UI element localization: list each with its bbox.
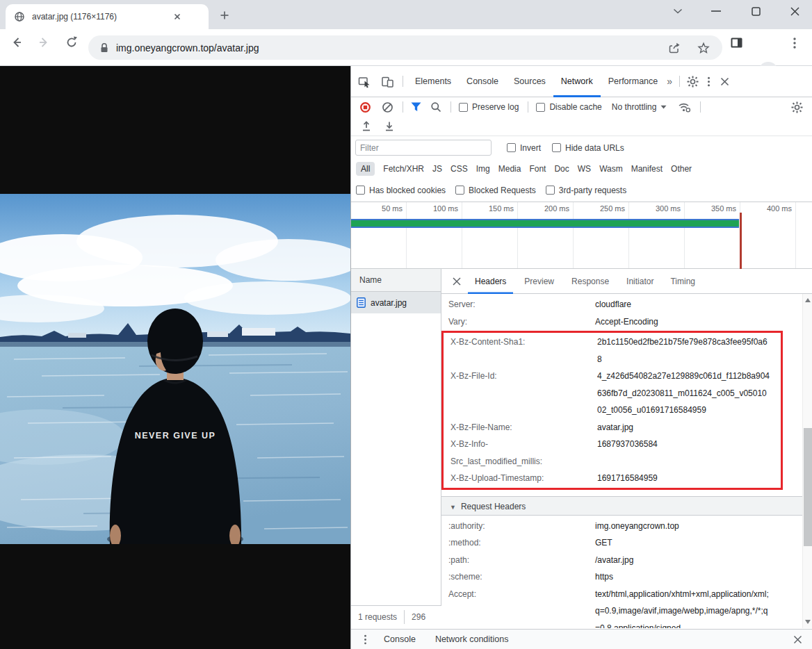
third-party-requests-checkbox[interactable]: 3rd-party requests [546, 186, 626, 195]
drawer-tab-console[interactable]: Console [384, 634, 416, 644]
type-filter-wasm[interactable]: Wasm [599, 164, 623, 174]
type-filter-all[interactable]: All [356, 162, 375, 176]
devtools-close-icon[interactable] [720, 77, 729, 86]
filter-funnel-icon[interactable] [411, 102, 421, 112]
type-filter-font[interactable]: Font [529, 164, 546, 174]
document-icon [357, 297, 366, 308]
devtools-menu-kebab-icon[interactable] [707, 76, 710, 87]
type-filter-fetch-xhr[interactable]: Fetch/XHR [383, 164, 424, 174]
timeline-tick: 200 ms [530, 204, 569, 213]
network-conditions-icon[interactable] [678, 102, 691, 113]
drawer-tab-network-conditions[interactable]: Network conditions [435, 634, 509, 644]
search-icon[interactable] [430, 101, 441, 113]
details-scrollbar[interactable] [802, 294, 812, 628]
tab-response[interactable]: Response [565, 269, 616, 294]
window-minimize-button[interactable] [707, 6, 725, 17]
inspect-element-icon[interactable] [358, 75, 371, 88]
har-row [351, 117, 812, 136]
tab-timing[interactable]: Timing [663, 269, 702, 294]
throttling-dropdown[interactable]: No throttling [612, 102, 667, 112]
details-tabbar: Headers Preview Response Initiator Timin… [441, 269, 812, 294]
header-row: :authority: img.oneyangcrown.top [441, 518, 802, 535]
drawer-kebab-icon[interactable] [364, 634, 367, 645]
devtools-drawer: Console Network conditions [351, 629, 812, 649]
scrollbar-thumb[interactable] [804, 428, 812, 546]
header-row: Server: cloudflare [441, 296, 802, 313]
side-panel-icon[interactable] [730, 36, 743, 49]
header-row: Vary: Accept-Encoding [441, 313, 802, 331]
type-filter-media[interactable]: Media [498, 164, 521, 174]
timeline-tick: 250 ms [586, 204, 625, 213]
reload-icon[interactable] [65, 35, 79, 49]
clear-icon[interactable] [382, 101, 393, 113]
url-text: img.oneyangcrown.top/avatar.jpg [116, 42, 259, 54]
type-filter-other[interactable]: Other [671, 164, 692, 174]
network-main: Name avatar.jpg 1 requests 296 Headers P… [351, 269, 812, 628]
browser-menu-kebab-icon[interactable] [793, 37, 797, 49]
column-header-name[interactable]: Name [351, 269, 441, 292]
timeline-tick: 150 ms [475, 204, 514, 213]
type-filter-ws[interactable]: WS [578, 164, 591, 174]
tab-performance[interactable]: Performance [601, 66, 666, 97]
hide-data-urls-checkbox[interactable]: Hide data URLs [552, 143, 624, 153]
type-filter-js[interactable]: JS [432, 164, 442, 174]
record-icon[interactable] [359, 101, 371, 113]
export-har-icon[interactable] [384, 120, 395, 132]
headers-content: Server: cloudflare Vary: Accept-Encoding… [441, 294, 802, 628]
filter-input[interactable] [355, 140, 492, 156]
forward-icon[interactable] [37, 35, 51, 49]
lock-icon[interactable] [99, 42, 109, 54]
type-filter-img[interactable]: Img [476, 164, 490, 174]
transferred-size: 296 [404, 610, 425, 624]
network-settings-gear-icon[interactable] [791, 101, 803, 113]
type-filter-manifest[interactable]: Manifest [631, 164, 663, 174]
back-icon[interactable] [10, 35, 24, 49]
network-toolbar: Preserve log Disable cache No throttling [351, 97, 812, 117]
devtools-panel: Elements Console Sources Network Perform… [350, 66, 812, 649]
disable-cache-checkbox[interactable]: Disable cache [536, 102, 601, 112]
tab-headers[interactable]: Headers [468, 269, 513, 294]
type-filter-css[interactable]: CSS [450, 164, 468, 174]
request-name: avatar.jpg [371, 298, 407, 308]
import-har-icon[interactable] [361, 120, 372, 132]
header-row: :method: GET [441, 534, 802, 552]
type-filter-doc[interactable]: Doc [554, 164, 569, 174]
tab-search-chevron-icon[interactable] [669, 6, 687, 17]
drawer-close-icon[interactable] [793, 635, 802, 644]
tab-network[interactable]: Network [553, 66, 601, 97]
device-toolbar-icon[interactable] [381, 75, 394, 88]
share-icon[interactable] [668, 42, 681, 54]
devtools-settings-gear-icon[interactable] [687, 76, 699, 88]
tab-close-icon[interactable] [172, 12, 182, 22]
header-row: X-Bz-File-Name: avatar.jpg [444, 419, 781, 436]
request-details-panel: Headers Preview Response Initiator Timin… [441, 269, 812, 628]
new-tab-button[interactable] [218, 9, 231, 22]
chevron-down-icon [660, 105, 667, 109]
window-close-button[interactable] [786, 6, 804, 17]
address-bar[interactable]: img.oneyangcrown.top/avatar.jpg [88, 35, 722, 60]
preserve-log-checkbox[interactable]: Preserve log [459, 102, 519, 112]
network-overview-timeline[interactable]: 50 ms 100 ms 150 ms 200 ms 250 ms 300 ms… [351, 202, 812, 269]
more-tabs-icon[interactable]: » [667, 76, 672, 87]
window-maximize-button[interactable] [747, 6, 765, 17]
tab-elements[interactable]: Elements [407, 66, 459, 97]
tab-initiator[interactable]: Initiator [619, 269, 660, 294]
browser-tab[interactable]: avatar.jpg (1176×1176) [6, 4, 209, 29]
page-image-viewer: NEVER GIVE UP [0, 66, 350, 649]
has-blocked-cookies-checkbox[interactable]: Has blocked cookies [356, 186, 446, 195]
tab-preview[interactable]: Preview [517, 269, 561, 294]
scroll-up-arrow[interactable] [805, 298, 811, 302]
header-row: X-Bz-Content-Sha1: 2b1c1150ed2fbe21b75fe… [444, 334, 781, 368]
requests-count: 1 requests [351, 612, 404, 622]
tab-console[interactable]: Console [459, 66, 506, 97]
invert-checkbox[interactable]: Invert [507, 143, 541, 153]
bookmark-star-icon[interactable] [697, 42, 710, 54]
request-headers-section[interactable]: ▼Request Headers [441, 496, 802, 516]
disclosure-triangle-icon: ▼ [450, 504, 456, 511]
scroll-down-arrow[interactable] [805, 620, 811, 624]
devtools-tabbar: Elements Console Sources Network Perform… [351, 66, 812, 97]
tab-sources[interactable]: Sources [506, 66, 553, 97]
request-row[interactable]: avatar.jpg [351, 292, 441, 313]
blocked-requests-checkbox[interactable]: Blocked Requests [455, 186, 536, 195]
details-close-icon[interactable] [453, 277, 461, 286]
